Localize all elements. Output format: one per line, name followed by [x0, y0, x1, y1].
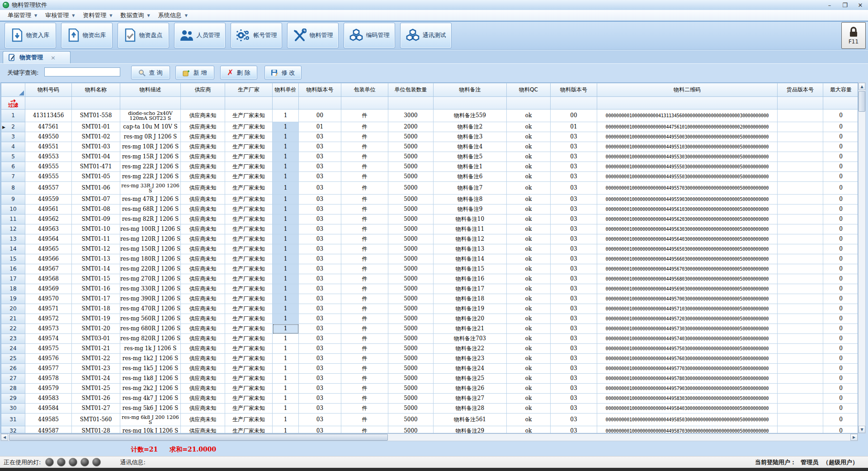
cell-remark[interactable]: 物料备注2 — [434, 122, 507, 132]
cell-version2[interactable]: 03 — [551, 426, 597, 434]
cell-price[interactable]: 1 — [273, 224, 299, 234]
cell-supplier[interactable]: 供应商未知 — [181, 304, 225, 314]
cell-qc[interactable]: ok — [507, 162, 551, 172]
cell-manufacturer[interactable]: 生产厂家未知 — [225, 414, 273, 426]
cell-remark[interactable]: 物料备注18 — [434, 294, 507, 304]
cell-supplier[interactable]: 供应商未知 — [181, 404, 225, 414]
row-number[interactable]: 3 — [1, 132, 25, 142]
cell-code[interactable]: 449551 — [25, 142, 72, 152]
cell-supplier[interactable]: 供应商未知 — [181, 314, 225, 324]
cell-name[interactable]: SMT01-07 — [72, 195, 120, 205]
cell-unit[interactable]: 件 — [341, 354, 388, 364]
cell-desc[interactable]: res-mg 47R J 1206 S — [120, 195, 181, 205]
cell-supplier[interactable]: 供应商未知 — [181, 132, 225, 142]
cell-version[interactable]: 03 — [299, 314, 341, 324]
cell-qc[interactable]: ok — [507, 294, 551, 304]
cell-qc[interactable]: ok — [507, 284, 551, 294]
cell-goods_version[interactable] — [778, 284, 823, 294]
cell-goods_version[interactable] — [778, 254, 823, 264]
cell-goods_version[interactable] — [778, 142, 823, 152]
cell-code[interactable]: 449563 — [25, 224, 72, 234]
cell-max_capacity[interactable]: 0 — [823, 132, 859, 142]
cell-qty[interactable]: 5000 — [388, 224, 434, 234]
cell-supplier[interactable]: 供应商未知 — [181, 374, 225, 384]
cell-version2[interactable]: 03 — [551, 404, 597, 414]
cell-unit[interactable]: 件 — [341, 244, 388, 254]
row-number[interactable]: 28 — [1, 384, 25, 394]
cell-version2[interactable]: 03 — [551, 284, 597, 294]
menu-item-audit-mgmt[interactable]: 审核管理▼ — [41, 10, 79, 20]
cell-manufacturer[interactable]: 生产厂家未知 — [225, 195, 273, 205]
cell-unit[interactable]: 件 — [341, 195, 388, 205]
row-number[interactable]: 30 — [1, 404, 25, 414]
row-number[interactable]: 15 — [1, 254, 25, 264]
cell-qc[interactable]: ok — [507, 426, 551, 434]
cell-version2[interactable]: 03 — [551, 205, 597, 214]
cell-qc[interactable]: ok — [507, 132, 551, 142]
cell-code[interactable]: 449572 — [25, 314, 72, 324]
cell-remark[interactable]: 物料备注14 — [434, 254, 507, 264]
scroll-up-icon[interactable]: ▲ — [859, 83, 865, 90]
scroll-left-icon[interactable]: ◀ — [1, 434, 8, 441]
cell-version[interactable]: 03 — [299, 394, 341, 404]
cell-version2[interactable]: 03 — [551, 384, 597, 394]
cell-code[interactable]: 449568 — [25, 274, 72, 284]
cell-max_capacity[interactable]: 0 — [823, 264, 859, 274]
cell-qty[interactable]: 5000 — [388, 152, 434, 162]
column-header-qr[interactable]: 物料二维码 — [597, 83, 778, 97]
cell-desc[interactable]: res-mg 180R J 1206 S — [120, 254, 181, 264]
cell-qty[interactable]: 5000 — [388, 364, 434, 374]
cell-version[interactable]: 03 — [299, 426, 341, 434]
cell-unit[interactable]: 件 — [341, 152, 388, 162]
cell-supplier[interactable]: 供应商未知 — [181, 394, 225, 404]
row-number[interactable]: 20 — [1, 304, 25, 314]
cell-price[interactable]: 1 — [273, 142, 299, 152]
cell-qr[interactable]: 0000000001000000000000044955703000000000… — [597, 182, 778, 195]
cell-version2[interactable]: 03 — [551, 172, 597, 182]
cell-max_capacity[interactable]: 0 — [823, 109, 859, 122]
cell-manufacturer[interactable]: 生产厂家未知 — [225, 314, 273, 324]
cell-manufacturer[interactable]: 生产厂家未知 — [225, 394, 273, 404]
row-number[interactable]: 12 — [1, 224, 25, 234]
comm-test-button[interactable]: 通讯测试 — [400, 23, 452, 48]
cell-goods_version[interactable] — [778, 162, 823, 172]
row-number[interactable]: 32 — [1, 426, 25, 434]
cell-price[interactable]: 1 — [273, 344, 299, 354]
cell-name[interactable]: SMT01-08 — [72, 205, 120, 214]
cell-remark[interactable]: 物料备注4 — [434, 142, 507, 152]
column-header-max-capacity[interactable]: 最大容量 — [823, 83, 859, 97]
cell-goods_version[interactable] — [778, 294, 823, 304]
cell-price[interactable]: 1 — [273, 384, 299, 394]
cell-manufacturer[interactable]: 生产厂家未知 — [225, 152, 273, 162]
cell-qc[interactable]: ok — [507, 344, 551, 354]
column-header-version[interactable]: 物料版本号 — [299, 83, 341, 97]
filter-flag-cell[interactable]: →过滤 — [1, 97, 25, 109]
row-number[interactable]: 31 — [1, 414, 25, 426]
cell-max_capacity[interactable]: 0 — [823, 122, 859, 132]
cell-qty[interactable]: 5000 — [388, 334, 434, 344]
cell-supplier[interactable]: 供应商未知 — [181, 254, 225, 264]
row-number[interactable]: 18 — [1, 284, 25, 294]
cell-remark[interactable]: 物料备注8 — [434, 195, 507, 205]
cell-desc[interactable]: res-mg 150R J 1206 S — [120, 244, 181, 254]
cell-qc[interactable]: ok — [507, 254, 551, 264]
coding-mgmt-button[interactable]: 编码管理 — [344, 23, 395, 48]
cell-qc[interactable]: ok — [507, 224, 551, 234]
cell-unit[interactable]: 件 — [341, 234, 388, 244]
cell-max_capacity[interactable]: 0 — [823, 244, 859, 254]
cell-desc[interactable]: res-mg 270R J 1206 S — [120, 274, 181, 284]
cell-code[interactable]: 449550 — [25, 132, 72, 142]
cell-manufacturer[interactable]: 生产厂家未知 — [225, 122, 273, 132]
cell-version2[interactable]: 03 — [551, 394, 597, 404]
cell-manufacturer[interactable]: 生产厂家未知 — [225, 344, 273, 354]
menu-item-data-mgmt[interactable]: 资料管理▼ — [79, 10, 116, 20]
cell-code[interactable]: 449565 — [25, 244, 72, 254]
cell-price[interactable]: 1 — [273, 294, 299, 304]
cell-code[interactable]: 449562 — [25, 214, 72, 224]
cell-code[interactable]: 449559 — [25, 195, 72, 205]
cell-name[interactable]: SMT01-13 — [72, 254, 120, 264]
cell-manufacturer[interactable]: 生产厂家未知 — [225, 142, 273, 152]
cell-unit[interactable]: 件 — [341, 384, 388, 394]
cell-unit[interactable]: 件 — [341, 426, 388, 434]
cell-version2[interactable]: 03 — [551, 274, 597, 284]
